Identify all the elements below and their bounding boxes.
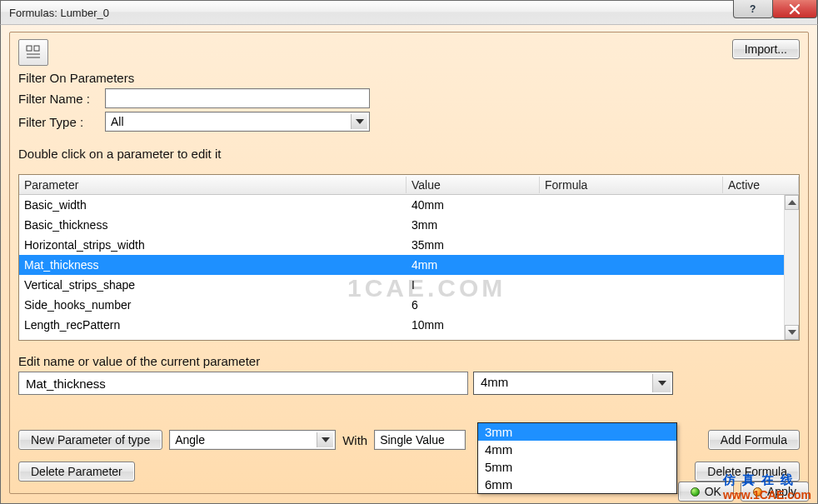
cell-value: I bbox=[407, 277, 540, 293]
cell-parameter: Length_recPattern bbox=[19, 317, 407, 333]
with-value: Single Value bbox=[380, 433, 445, 447]
th-parameter[interactable]: Parameter bbox=[19, 177, 407, 193]
cell-value: 6 bbox=[407, 297, 540, 313]
table-row[interactable]: Basic_thickness3mm bbox=[19, 215, 799, 235]
delete-parameter-button[interactable]: Delete Parameter bbox=[18, 462, 135, 482]
new-parameter-button[interactable]: New Parameter of type bbox=[18, 430, 162, 450]
svg-text:?: ? bbox=[750, 3, 756, 15]
edit-value-select[interactable]: 4mm bbox=[473, 372, 673, 395]
table-hint: Double click on a parameter to edit it bbox=[18, 147, 800, 161]
chevron-down-icon bbox=[351, 114, 367, 129]
close-button[interactable] bbox=[772, 0, 817, 18]
parameter-table: Parameter Value Formula Active Basic_wid… bbox=[18, 174, 800, 341]
with-label: With bbox=[342, 433, 367, 447]
cell-formula bbox=[540, 263, 723, 267]
edit-value-dropdown[interactable]: 3mm4mm5mm6mm bbox=[477, 422, 677, 494]
cell-value: 10mm bbox=[407, 317, 540, 333]
cell-value: 35mm bbox=[407, 237, 540, 253]
cell-value: 40mm bbox=[407, 197, 540, 213]
filter-type-label: Filter Type : bbox=[18, 115, 100, 129]
table-row[interactable]: Side_hooks_number6 bbox=[19, 295, 799, 315]
help-button[interactable]: ? bbox=[733, 0, 773, 18]
chevron-down-icon bbox=[317, 432, 333, 447]
new-parameter-type-select[interactable]: Angle bbox=[169, 430, 336, 450]
table-scrollbar[interactable] bbox=[784, 195, 799, 340]
filter-type-value: All bbox=[111, 115, 124, 128]
dropdown-option[interactable]: 5mm bbox=[478, 458, 676, 476]
table-row[interactable]: Length_recPattern10mm bbox=[19, 315, 799, 335]
table-body: Basic_width40mmBasic_thickness3mmHorizon… bbox=[19, 195, 799, 335]
dropdown-option[interactable]: 4mm bbox=[478, 441, 676, 458]
dialog-body: Import... Filter On Parameters Filter Na… bbox=[0, 25, 818, 504]
window-title: Formulas: Lumber_0 bbox=[9, 7, 109, 19]
scroll-down-icon[interactable] bbox=[785, 325, 799, 340]
with-select[interactable]: Single Value bbox=[374, 430, 466, 450]
svg-rect-1 bbox=[27, 46, 32, 51]
table-header: Parameter Value Formula Active bbox=[19, 175, 799, 195]
ok-label: OK bbox=[705, 485, 721, 498]
table-row[interactable]: Horizontal_strips_width35mm bbox=[19, 235, 799, 255]
brand-url: www.1CAE.com bbox=[723, 488, 811, 502]
cell-formula bbox=[540, 243, 723, 247]
cell-value: 3mm bbox=[407, 217, 540, 233]
filter-name-label: Filter Name : bbox=[18, 92, 100, 106]
dialog-footer: OK Apply bbox=[9, 482, 809, 502]
titlebar: Formulas: Lumber_0 ? bbox=[0, 0, 818, 25]
cell-parameter: Basic_width bbox=[19, 197, 407, 213]
edit-value-text: 4mm bbox=[474, 372, 672, 392]
cell-parameter: Mat_thickness bbox=[19, 257, 407, 273]
table-row[interactable]: Basic_width40mm bbox=[19, 195, 799, 215]
led-green-icon bbox=[691, 487, 700, 497]
branding: 仿 真 在 线 www.1CAE.com bbox=[723, 472, 811, 502]
table-row[interactable]: Mat_thickness4mm bbox=[19, 255, 799, 275]
edit-name-input[interactable] bbox=[18, 372, 468, 395]
dialog-inner: Import... Filter On Parameters Filter Na… bbox=[9, 32, 809, 494]
edit-heading: Edit name or value of the current parame… bbox=[18, 354, 800, 368]
brand-cn: 仿 真 在 线 bbox=[723, 472, 796, 487]
cell-formula bbox=[540, 303, 723, 307]
dropdown-option[interactable]: 6mm bbox=[478, 476, 676, 493]
th-value[interactable]: Value bbox=[407, 177, 540, 193]
cell-parameter: Basic_thickness bbox=[19, 217, 407, 233]
cell-formula bbox=[540, 203, 723, 207]
scroll-up-icon[interactable] bbox=[785, 195, 799, 210]
cell-formula bbox=[540, 283, 723, 287]
dropdown-option[interactable]: 3mm bbox=[478, 423, 676, 441]
th-active[interactable]: Active bbox=[723, 177, 799, 193]
new-parameter-type-value: Angle bbox=[175, 433, 205, 447]
svg-rect-2 bbox=[34, 46, 39, 51]
filter-type-select[interactable]: All bbox=[105, 112, 370, 132]
filter-heading: Filter On Parameters bbox=[18, 71, 800, 85]
cell-value: 4mm bbox=[407, 257, 540, 273]
cell-formula bbox=[540, 323, 723, 327]
cell-formula bbox=[540, 223, 723, 227]
add-formula-button[interactable]: Add Formula bbox=[708, 430, 800, 450]
cell-parameter: Horizontal_strips_width bbox=[19, 237, 407, 253]
filter-name-input[interactable] bbox=[105, 88, 370, 108]
th-formula[interactable]: Formula bbox=[540, 177, 723, 193]
toolbar-icon[interactable] bbox=[18, 39, 48, 66]
import-button[interactable]: Import... bbox=[732, 39, 800, 59]
chevron-down-icon bbox=[652, 374, 671, 392]
cell-parameter: Vertical_strips_shape bbox=[19, 277, 407, 293]
cell-parameter: Side_hooks_number bbox=[19, 297, 407, 313]
window-controls: ? bbox=[734, 0, 817, 18]
table-row[interactable]: Vertical_strips_shapeI bbox=[19, 275, 799, 295]
